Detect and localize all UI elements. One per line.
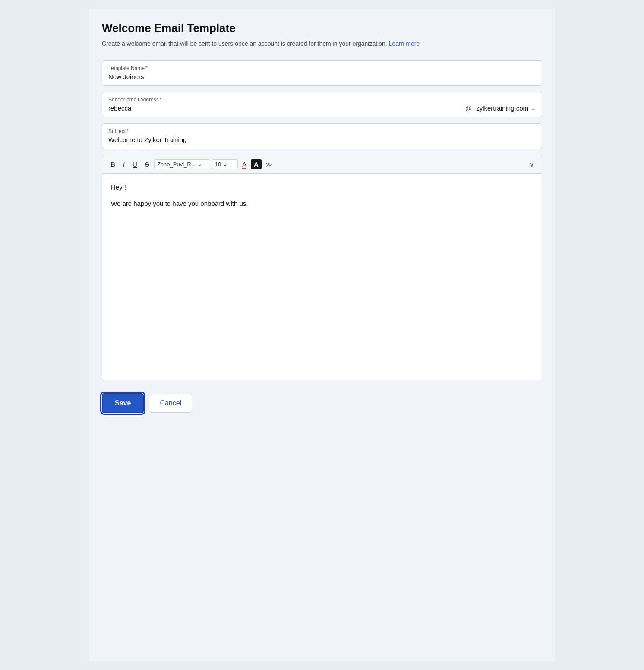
- chevron-down-icon-font: ⌄: [197, 161, 202, 168]
- subject-field: Subject*: [102, 123, 542, 149]
- subject-input[interactable]: [108, 136, 536, 143]
- italic-button[interactable]: I: [120, 159, 128, 170]
- editor-line-1: Hey !: [111, 182, 533, 193]
- sender-field-row: @ zylkertraining.com ⌄: [108, 104, 536, 112]
- strikethrough-button[interactable]: S: [142, 159, 152, 170]
- font-color-button[interactable]: A: [240, 160, 249, 169]
- editor-body[interactable]: Hey ! We are happy you to have you onboa…: [102, 174, 542, 381]
- required-star: *: [145, 65, 148, 71]
- required-star-subject: *: [126, 128, 129, 134]
- more-options-button[interactable]: ≫: [263, 159, 275, 170]
- domain-select[interactable]: zylkertraining.com ⌄: [476, 104, 536, 112]
- sender-email-label: Sender email address*: [108, 97, 536, 103]
- template-name-field: Template Name*: [102, 60, 542, 86]
- page-title: Welcome Email Template: [102, 22, 542, 35]
- font-size-select[interactable]: 10 ⌄: [212, 159, 238, 169]
- bold-button[interactable]: B: [107, 159, 118, 170]
- editor-toolbar: B I U S Zoho_Puvi_R... ⌄ 10 ⌄ A A ≫ ∨: [102, 155, 542, 174]
- at-symbol: @: [461, 104, 476, 112]
- page-description: Create a welcome email that will be sent…: [102, 39, 542, 48]
- required-star-sender: *: [160, 97, 162, 103]
- learn-more-link[interactable]: Learn more: [389, 40, 420, 47]
- template-name-label: Template Name*: [108, 65, 536, 71]
- page-container: Welcome Email Template Create a welcome …: [89, 9, 555, 661]
- chevron-down-icon-size: ⌄: [223, 161, 227, 168]
- editor-line-2: We are happy you to have you onboard wit…: [111, 199, 533, 209]
- sender-email-field: Sender email address* @ zylkertraining.c…: [102, 92, 542, 117]
- font-color-icon: A: [242, 161, 246, 168]
- toolbar-collapse-button[interactable]: ∨: [527, 159, 537, 170]
- font-highlight-button[interactable]: A: [251, 159, 262, 169]
- editor-container: B I U S Zoho_Puvi_R... ⌄ 10 ⌄ A A ≫ ∨ He…: [102, 155, 542, 381]
- save-button[interactable]: Save: [102, 393, 144, 413]
- template-name-input[interactable]: [108, 73, 536, 80]
- domain-value: zylkertraining.com: [476, 104, 528, 112]
- font-family-select[interactable]: Zoho_Puvi_R... ⌄: [154, 159, 210, 169]
- subject-label: Subject*: [108, 128, 536, 134]
- action-buttons: Save Cancel: [102, 393, 542, 413]
- underline-button[interactable]: U: [129, 159, 140, 170]
- sender-local-input[interactable]: [108, 104, 461, 112]
- chevron-down-icon: ⌄: [531, 105, 536, 111]
- cancel-button[interactable]: Cancel: [149, 394, 192, 413]
